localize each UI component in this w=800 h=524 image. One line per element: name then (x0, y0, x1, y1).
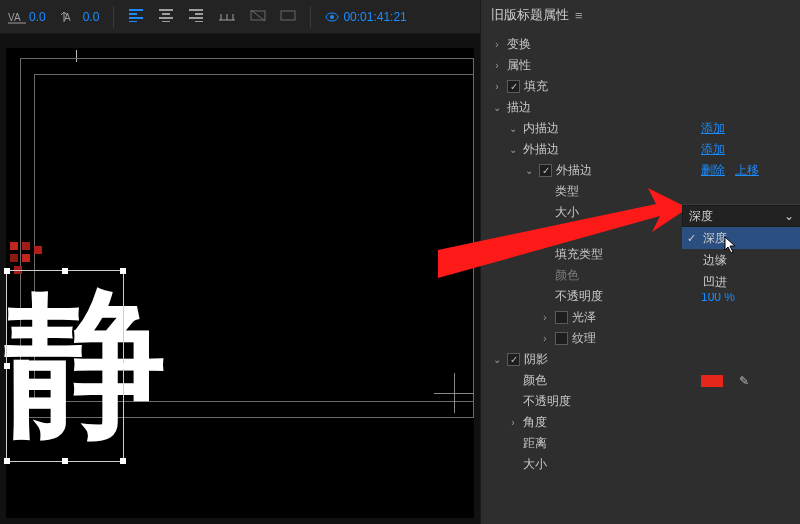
inner-stroke-row[interactable]: ⌄内描边 添加 (481, 118, 800, 139)
baseline-shift-control[interactable]: A 0.0 (60, 10, 100, 24)
section-attributes[interactable]: ›属性 (481, 55, 800, 76)
dropdown-current[interactable]: 深度⌄ (682, 205, 800, 227)
inner-stroke-add-link[interactable]: 添加 (701, 120, 725, 137)
stroke-texture-row[interactable]: ›纹理 (481, 328, 800, 349)
show-video-on-icon[interactable] (280, 8, 296, 25)
outer-stroke-add-link[interactable]: 添加 (701, 141, 725, 158)
outer-stroke-instance-row[interactable]: ⌄外描边 删除 上移 (481, 160, 800, 181)
stroke-type-dropdown[interactable]: 深度⌄ 深度 边缘 凹进 (682, 204, 800, 293)
show-video-off-icon[interactable] (250, 8, 266, 25)
panel-menu-icon[interactable]: ≡ (575, 8, 583, 23)
align-right-icon[interactable] (188, 8, 204, 25)
section-stroke[interactable]: ⌄描边 (481, 97, 800, 118)
dropdown-option-edge[interactable]: 边缘 (682, 249, 800, 271)
svg-point-5 (330, 15, 334, 19)
timecode-display[interactable]: 00:01:41:21 (325, 10, 406, 24)
title-canvas[interactable]: 静 (0, 34, 480, 524)
outer-stroke-moveup-link[interactable]: 上移 (735, 162, 759, 179)
text-selection-bbox[interactable] (6, 270, 124, 462)
texture-checkbox[interactable] (555, 332, 568, 345)
section-transform[interactable]: ›变换 (481, 34, 800, 55)
stroke-sheen-row[interactable]: ›光泽 (481, 307, 800, 328)
dropdown-option-inset[interactable]: 凹进 (682, 271, 800, 293)
shadow-size-row: 大小 (481, 454, 800, 475)
stroke-type-row: 类型 (481, 181, 800, 202)
outer-stroke-delete-link[interactable]: 删除 (701, 162, 725, 179)
align-center-icon[interactable] (158, 8, 174, 25)
panel-title: 旧版标题属性 (491, 6, 569, 24)
fill-checkbox[interactable] (507, 80, 520, 93)
title-toolbar: VA 0.0 A 0.0 00:01:41:21 (0, 0, 480, 34)
svg-rect-3 (281, 11, 295, 20)
baseline-shift-value: 0.0 (83, 10, 100, 24)
outer-stroke-checkbox[interactable] (539, 164, 552, 177)
shadow-color-swatch[interactable] (701, 375, 723, 387)
dropdown-option-depth[interactable]: 深度 (682, 227, 800, 249)
shadow-distance-row: 距离 (481, 433, 800, 454)
eye-icon (325, 10, 339, 24)
kerning-control[interactable]: VA 0.0 (8, 10, 46, 24)
tab-stops-icon[interactable] (218, 8, 236, 25)
sheen-checkbox[interactable] (555, 311, 568, 324)
shadow-color-row: 颜色 ✎ (481, 370, 800, 391)
svg-text:VA: VA (8, 12, 21, 23)
kerning-value: 0.0 (29, 10, 46, 24)
shadow-checkbox[interactable] (507, 353, 520, 366)
shadow-angle-row[interactable]: ›角度 (481, 412, 800, 433)
center-guide-v (454, 373, 455, 413)
eyedropper-icon[interactable]: ✎ (739, 374, 749, 388)
section-shadow[interactable]: ⌄阴影 (481, 349, 800, 370)
align-left-icon[interactable] (128, 8, 144, 25)
chevron-down-icon: ⌄ (784, 209, 794, 223)
outer-stroke-row[interactable]: ⌄外描边 添加 (481, 139, 800, 160)
section-fill[interactable]: ›填充 (481, 76, 800, 97)
shadow-opacity-row: 不透明度 (481, 391, 800, 412)
